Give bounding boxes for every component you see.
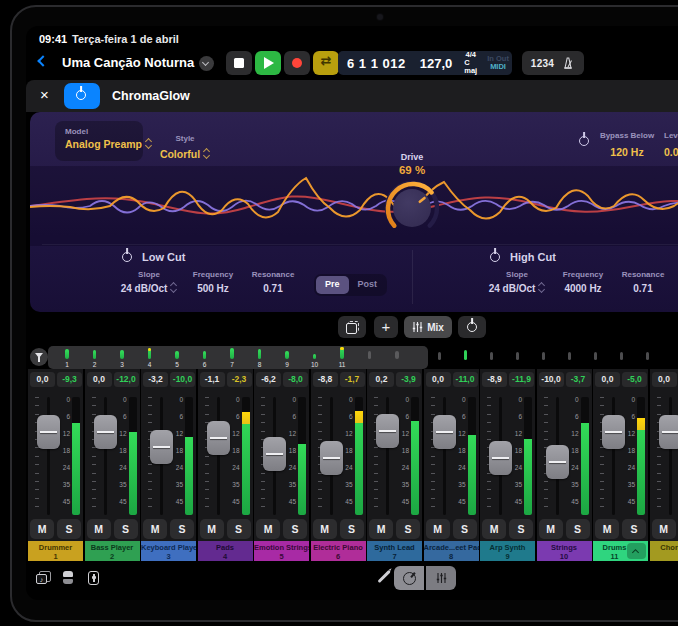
- track-name-bar[interactable]: Strings 10: [537, 541, 592, 561]
- plugin-power-button[interactable]: [64, 83, 100, 109]
- solo-button[interactable]: S: [453, 519, 477, 539]
- fader-handle[interactable]: [602, 415, 625, 449]
- solo-button[interactable]: S: [170, 519, 194, 539]
- channel-strip-icon[interactable]: [88, 571, 99, 585]
- fader-handle[interactable]: [546, 445, 569, 479]
- post-button[interactable]: Post: [350, 276, 386, 294]
- cycle-button[interactable]: ⇄: [313, 51, 339, 75]
- volume-value[interactable]: 0,0: [87, 372, 112, 387]
- peak-level-value[interactable]: -3,9: [396, 372, 421, 387]
- mixer-channel[interactable]: 0,0 -9,3 061218243545 M S Drummer 1: [28, 369, 83, 561]
- high-cut-slope[interactable]: Slope 24 dB/Oct: [482, 270, 552, 294]
- model-selector[interactable]: Model Analog Preamp: [55, 121, 143, 161]
- solo-button[interactable]: S: [114, 519, 138, 539]
- loop-browser-icon[interactable]: ♪: [36, 571, 51, 584]
- mixer-channel[interactable]: -8,9 -11,9 061218243545 M S Arp Synth 9: [480, 369, 535, 561]
- mute-button[interactable]: M: [652, 519, 676, 539]
- overview-channel[interactable]: [490, 352, 493, 360]
- mute-button[interactable]: M: [369, 519, 393, 539]
- solo-button[interactable]: S: [57, 519, 81, 539]
- solo-button[interactable]: S: [396, 519, 420, 539]
- song-menu-chevron-icon[interactable]: [199, 56, 214, 71]
- overview-channel[interactable]: [516, 352, 519, 360]
- overview-channel[interactable]: [438, 352, 441, 360]
- peak-level-value[interactable]: -3,7: [566, 372, 591, 387]
- bypass-power-icon[interactable]: [579, 136, 589, 146]
- peak-level-value[interactable]: -11,0: [453, 372, 478, 387]
- solo-button[interactable]: S: [622, 519, 646, 539]
- collapse-chevron-icon[interactable]: [627, 543, 646, 559]
- track-name-bar[interactable]: Bass Player 2: [85, 541, 140, 561]
- track-name-bar[interactable]: Drums 11: [593, 541, 648, 561]
- mixer-channel[interactable]: 0,0 061218243545 M S Chorus V: [650, 369, 678, 561]
- volume-value[interactable]: -8,9: [482, 372, 507, 387]
- fader-handle[interactable]: [94, 415, 117, 449]
- mixer-channel[interactable]: 0,0 -11,0 061218243545 M S Arcade...eet …: [424, 369, 479, 561]
- peak-level-value[interactable]: -10,0: [170, 372, 195, 387]
- mixer-channel[interactable]: -10,0 -3,7 061218243545 M S Strings 10: [537, 369, 592, 561]
- peak-level-value[interactable]: -12,0: [114, 372, 139, 387]
- overview-channel[interactable]: 4: [137, 346, 163, 369]
- track-name-bar[interactable]: Drummer 1: [28, 541, 83, 561]
- mixer-channel[interactable]: -3,2 -10,0 061218243545 M S Keyboard Pla…: [141, 369, 196, 561]
- fader-handle[interactable]: [659, 415, 678, 449]
- add-track-button[interactable]: +: [374, 316, 398, 338]
- fader-handle[interactable]: [489, 441, 512, 475]
- plugins-icon[interactable]: [62, 571, 75, 584]
- track-name-bar[interactable]: Emotion Strings 5: [254, 541, 309, 561]
- overview-channel[interactable]: 9: [274, 346, 300, 369]
- overview-channel[interactable]: 2: [82, 346, 108, 369]
- volume-value[interactable]: 0,0: [595, 372, 620, 387]
- track-name-bar[interactable]: Pads 4: [198, 541, 253, 561]
- peak-level-value[interactable]: -9,3: [57, 372, 82, 387]
- channel-filter-button[interactable]: [30, 348, 48, 366]
- mute-button[interactable]: M: [482, 519, 506, 539]
- peak-level-value[interactable]: -1,7: [340, 372, 365, 387]
- fader-handle[interactable]: [37, 415, 60, 449]
- low-cut-power-icon[interactable]: [122, 252, 132, 262]
- mute-button[interactable]: M: [313, 519, 337, 539]
- mute-button[interactable]: M: [256, 519, 280, 539]
- overview-channel[interactable]: [542, 352, 545, 360]
- peak-level-value[interactable]: -5,0: [622, 372, 647, 387]
- volume-value[interactable]: -6,2: [256, 372, 281, 387]
- fader-handle[interactable]: [150, 430, 173, 464]
- volume-value[interactable]: -10,0: [539, 372, 564, 387]
- fader-handle[interactable]: [376, 414, 399, 448]
- volume-value[interactable]: 0,2: [369, 372, 394, 387]
- mute-button[interactable]: M: [539, 519, 563, 539]
- overview-channel[interactable]: [594, 352, 597, 360]
- stop-button[interactable]: [226, 51, 252, 75]
- track-name-bar[interactable]: Electric Piano 6: [311, 541, 366, 561]
- pre-button[interactable]: Pre: [316, 276, 349, 294]
- mute-button[interactable]: M: [87, 519, 111, 539]
- pencil-icon[interactable]: [377, 570, 390, 583]
- count-in-metronome-group[interactable]: 1234: [522, 51, 584, 75]
- track-name-bar[interactable]: Synth Lead 7: [367, 541, 422, 561]
- peak-level-value[interactable]: -2,3: [227, 372, 252, 387]
- lcd-display[interactable]: 6 1 1 012 127,0 4/4 C maj In Out MIDI: [338, 51, 512, 75]
- overview-channel[interactable]: 11: [329, 346, 355, 369]
- fader-handle[interactable]: [433, 415, 456, 449]
- solo-button[interactable]: S: [340, 519, 364, 539]
- overview-channel[interactable]: 5: [164, 346, 190, 369]
- fader-handle[interactable]: [320, 441, 343, 475]
- solo-button[interactable]: S: [566, 519, 590, 539]
- overview-channel[interactable]: [620, 352, 623, 360]
- fader-view-button[interactable]: [426, 566, 456, 590]
- record-button[interactable]: [284, 51, 310, 75]
- track-name-bar[interactable]: Chorus V: [650, 541, 678, 561]
- volume-value[interactable]: 0,0: [30, 372, 55, 387]
- volume-value[interactable]: -3,2: [143, 372, 168, 387]
- duplicate-button[interactable]: [338, 316, 366, 338]
- overview-channel[interactable]: [568, 352, 571, 360]
- volume-value[interactable]: -8,8: [313, 372, 338, 387]
- overview-channel[interactable]: 10: [302, 346, 328, 369]
- track-name-bar[interactable]: Keyboard Player 3: [141, 541, 196, 561]
- overview-channel[interactable]: [464, 350, 467, 360]
- solo-button[interactable]: S: [509, 519, 533, 539]
- overview-channel[interactable]: [384, 346, 410, 369]
- peak-level-value[interactable]: -8,0: [283, 372, 308, 387]
- back-chevron-icon[interactable]: [37, 55, 48, 66]
- overview-window[interactable]: 1234567891011: [48, 346, 428, 369]
